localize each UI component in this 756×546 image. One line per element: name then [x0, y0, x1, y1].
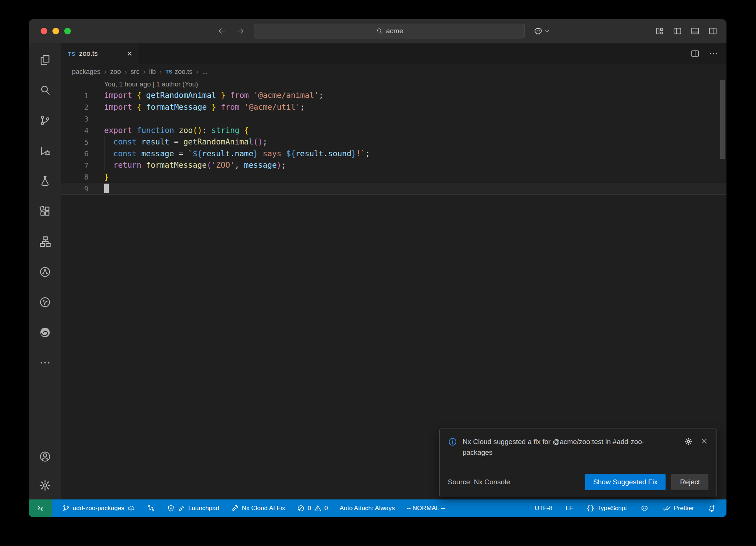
activity-item-more[interactable]: [36, 354, 54, 372]
typescript-file-icon: TS: [68, 51, 75, 57]
activity-item-run-debug[interactable]: [36, 142, 54, 160]
breadcrumb-item-lib[interactable]: lib: [149, 68, 156, 76]
activity-item-settings[interactable]: [36, 477, 54, 494]
copilot-status-item[interactable]: [639, 499, 650, 517]
close-icon[interactable]: [700, 437, 708, 445]
text-cursor: [104, 184, 109, 193]
line-number: 2: [61, 103, 89, 112]
traffic-lights: [41, 28, 71, 34]
encoding-item[interactable]: UTF-8: [533, 499, 554, 517]
formatter-item[interactable]: Prettier: [661, 499, 695, 517]
breadcrumb-item-zoo-ts[interactable]: TSzoo.ts: [165, 68, 192, 76]
activity-item-edge-tools[interactable]: [36, 324, 54, 341]
panel-bottom-icon[interactable]: [690, 26, 700, 36]
more-actions-icon[interactable]: [709, 49, 718, 58]
split-editor-icon[interactable]: [690, 49, 700, 58]
braces-icon: {}: [586, 505, 594, 512]
line-number: 9: [61, 184, 89, 193]
git-branch-item[interactable]: add-zoo-packages: [61, 499, 137, 517]
git-branch-icon: [62, 504, 70, 512]
show-suggested-fix-button[interactable]: Show Suggested Fix: [585, 474, 666, 490]
launchpad-label: Launchpad: [188, 505, 219, 512]
minimize-window-button[interactable]: [52, 28, 59, 34]
sidebar-right-icon[interactable]: [708, 26, 718, 36]
activity-item-explorer[interactable]: [36, 51, 54, 69]
nx-cloud-icon: [39, 296, 51, 308]
activity-item-source-control[interactable]: [36, 112, 54, 129]
remote-icon: [36, 504, 44, 512]
editor-line-3[interactable]: 3: [61, 113, 726, 125]
info-icon: [448, 437, 457, 447]
wrench-icon: [231, 504, 239, 512]
activity-item-type-hierarchy[interactable]: [36, 233, 54, 250]
tab-bar: TS zoo.ts ✕: [61, 43, 726, 64]
notifications-item[interactable]: [706, 499, 718, 517]
indent-guide: [104, 148, 113, 160]
editor-scrollbar[interactable]: [720, 80, 725, 159]
screen: acme TS: [0, 0, 756, 546]
editor-line-4[interactable]: 4export function zoo(): string {: [61, 125, 726, 137]
breadcrumb-item--[interactable]: ...: [202, 68, 208, 76]
forward-icon[interactable]: [236, 26, 245, 36]
shield-check-icon: [167, 504, 175, 512]
activity-item-testing[interactable]: [36, 172, 54, 190]
auto-attach-item[interactable]: Auto Attach: Always: [338, 499, 396, 517]
activity-item-account[interactable]: [36, 448, 54, 465]
code-lines: 1import { getRandomAnimal } from '@acme/…: [61, 90, 726, 195]
editor-line-2[interactable]: 2import { formatMessage } from '@acme/ut…: [61, 102, 726, 113]
title-bar: acme: [29, 19, 726, 43]
reject-button[interactable]: Reject: [671, 474, 708, 490]
code-text: const message = `${result.name} says ${r…: [104, 148, 370, 160]
activity-item-extensions[interactable]: [36, 202, 54, 220]
cloud-upload-icon: [127, 504, 135, 512]
close-tab-icon[interactable]: ✕: [127, 50, 133, 57]
layout-customize-icon[interactable]: [655, 26, 664, 36]
breadcrumb-separator: ›: [196, 68, 198, 76]
history-nav: [217, 26, 245, 36]
gear-icon[interactable]: [684, 437, 693, 446]
activity-item-search[interactable]: [36, 81, 54, 99]
line-number: 7: [61, 161, 89, 170]
line-number: 1: [61, 91, 89, 100]
line-number: 4: [61, 126, 89, 135]
code-text: import { formatMessage } from '@acme/uti…: [104, 102, 305, 113]
back-icon[interactable]: [217, 26, 227, 36]
editor-line-9[interactable]: 9: [61, 183, 726, 195]
problems-item[interactable]: 0 0: [295, 499, 329, 517]
command-center-search[interactable]: acme: [254, 24, 525, 38]
code-text: import { getRandomAnimal } from '@acme/a…: [104, 90, 323, 102]
copilot-menu-button[interactable]: [533, 26, 550, 36]
code-text: [104, 183, 109, 195]
nx-cloud-fix-item[interactable]: Nx Cloud AI Fix: [230, 499, 286, 517]
warning-icon: [314, 504, 322, 512]
editor-line-1[interactable]: 1import { getRandomAnimal } from '@acme/…: [61, 90, 726, 102]
sidebar-left-icon[interactable]: [673, 26, 682, 36]
tab-zoo-ts[interactable]: TS zoo.ts ✕: [61, 43, 138, 64]
activity-item-nx-console[interactable]: [36, 263, 54, 281]
close-window-button[interactable]: [41, 28, 47, 34]
breadcrumb-item-zoo[interactable]: zoo: [110, 68, 121, 76]
typescript-file-icon: TS: [165, 69, 172, 75]
breadcrumb-item-src[interactable]: src: [131, 68, 140, 76]
zoom-window-button[interactable]: [64, 28, 71, 34]
branch-name: add-zoo-packages: [73, 505, 124, 512]
git-compare-item[interactable]: [145, 499, 157, 517]
launchpad-item[interactable]: Launchpad: [165, 499, 221, 517]
editor-line-5[interactable]: 5const result = getRandomAnimal();: [61, 136, 726, 148]
run-debug-icon: [39, 144, 51, 157]
activity-bar: [29, 43, 61, 499]
status-bar-left: add-zoo-packages Launchpad Nx Cloud AI F…: [29, 499, 447, 517]
editor-line-8[interactable]: 8}: [61, 171, 726, 183]
breadcrumb: packages›zoo›src›lib›TSzoo.ts›...: [61, 64, 726, 79]
editor-line-6[interactable]: 6const message = `${result.name} says ${…: [61, 148, 726, 160]
breadcrumb-item-packages[interactable]: packages: [72, 68, 100, 76]
editor-line-7[interactable]: 7return formatMessage('ZOO', message);: [61, 160, 726, 171]
activity-item-nx-cloud[interactable]: [36, 293, 54, 311]
language-mode-item[interactable]: {} TypeScript: [585, 499, 628, 517]
eol-item[interactable]: LF: [564, 499, 575, 517]
remote-indicator[interactable]: [29, 499, 52, 517]
warning-count: 0: [324, 505, 328, 512]
error-icon: [297, 504, 305, 512]
code-text: return formatMessage('ZOO', message);: [104, 160, 286, 171]
vim-mode-item[interactable]: -- NORMAL --: [405, 499, 446, 517]
